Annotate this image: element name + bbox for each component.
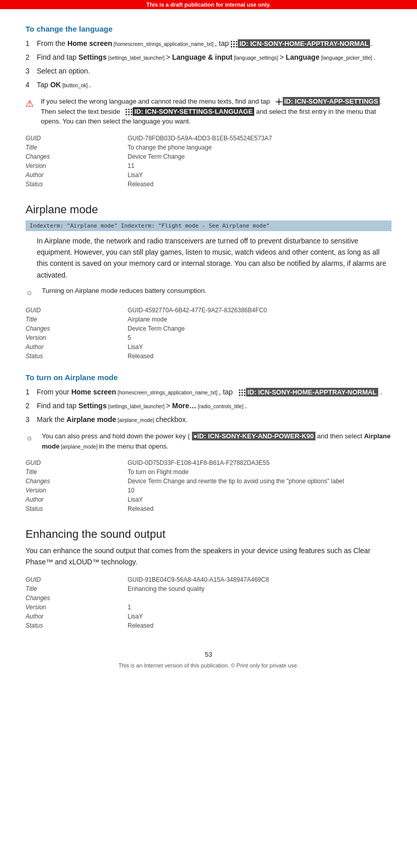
svg-rect-2 [236,41,237,42]
svg-rect-25 [244,389,246,391]
svg-rect-30 [241,394,243,396]
svg-rect-5 [236,43,237,45]
svg-rect-14 [126,109,127,110]
svg-rect-26 [239,392,240,393]
section3-steps: 1 From your Home screen [homescreen_stri… [26,387,391,425]
section2-meta: GUIDGUID-4592770A-6B42-477E-9A27-8326386… [26,306,391,361]
section-turn-on-airplane: To turn on Airplane mode 1 From your Hom… [26,373,391,513]
section2-heading: Airplane mode [26,203,391,216]
indexterm-block: Indexterm: "Airplane mode" Indexterm: "F… [26,220,391,231]
step-3-2: 2 Find and tap Settings [settings_label_… [26,401,391,411]
svg-rect-7 [233,46,235,47]
section4-body: You can enhance the sound output that co… [26,545,391,568]
grid-icon [231,41,237,47]
section1-heading: To change the language [26,24,391,33]
footer-note: This is an Internet version of this publ… [26,662,391,668]
warning-icon: ⚠ [26,97,38,111]
section-change-language: To change the language 1 From the Home s… [26,24,391,189]
step-1-2: 2 Find and tap Settings [settings_label_… [26,52,391,63]
section3-meta: GUIDGUID-0D75D33F-E108-41F8-B61A-F27882D… [26,458,391,513]
svg-rect-24 [241,389,243,391]
section2-tip: ☼ Turning on Airplane mode reduces batte… [26,286,391,299]
svg-rect-20 [126,114,127,115]
apptray-icon-2 [239,389,246,396]
svg-rect-22 [131,114,132,115]
svg-rect-16 [131,109,132,110]
svg-rect-6 [231,46,232,47]
section3-tip: ☼ You can also press and hold down the p… [26,431,391,451]
svg-rect-15 [128,109,130,110]
svg-rect-4 [233,43,235,45]
section4-heading: Enhancing the sound output [26,528,391,541]
page-number: 53 [26,651,391,658]
section-airplane-mode: Airplane mode Indexterm: "Airplane mode"… [26,203,391,361]
svg-rect-1 [233,41,235,42]
step-3-1: 1 From your Home screen [homescreen_stri… [26,387,391,398]
svg-rect-18 [128,111,130,113]
svg-rect-11 [278,104,279,105]
tip-icon: ☼ [26,286,40,299]
app-settings-highlight: ID: ICN-SONY-APP-SETTINGS [283,97,380,106]
tip-icon-2: ☼ [26,432,40,444]
svg-point-9 [277,101,280,104]
power-key-highlight: ●ID: ICN-SONY-KEY-AND-POWER-K90 [192,432,315,440]
section4-meta: GUIDGUID-91BE04C9-56A8-4A40-A15A-348947A… [26,575,391,630]
settings-language-highlight: ID: ICN-SONY-SETTINGS-LANGUAGE [133,107,254,116]
svg-rect-21 [128,114,130,115]
svg-rect-27 [241,392,243,393]
svg-rect-10 [278,98,279,100]
apptray-highlight-1: ID: ICN-SONY-HOME-APPTRAY-NORMAL [238,39,370,48]
svg-rect-3 [231,43,232,45]
section3-heading: To turn on Airplane mode [26,373,391,382]
section2-body: In Airplane mode, the network and radio … [37,235,391,281]
step-3-3: 3 Mark the Airplane mode [airplane_mode]… [26,414,391,425]
apptray-highlight-2: ID: ICN-SONY-HOME-APPTRAY-NORMAL [246,388,378,396]
svg-rect-12 [276,102,277,103]
svg-rect-8 [236,46,237,47]
svg-rect-31 [244,394,246,396]
svg-rect-28 [244,392,246,393]
step-1-4: 4 Tap OK [button_ok] . [26,80,391,90]
settings-icon [276,98,282,105]
draft-banner: This is a draft publication for internal… [0,0,417,9]
svg-rect-19 [131,111,132,113]
section1-warning: ⚠ If you select the wrong language and c… [26,96,391,127]
section1-steps: 1 From the Home screen [homescreen_strin… [26,38,391,90]
step-1-3: 3 Select an option. [26,66,391,77]
svg-rect-13 [281,102,282,103]
svg-rect-23 [239,389,240,391]
bold-homescreen: Home screen [67,39,112,47]
svg-rect-17 [126,111,127,113]
svg-rect-0 [231,41,232,42]
svg-rect-29 [239,394,240,396]
section1-meta: GUIDGUID-78FDB03D-5A9A-4DD3-B1EB-554524E… [26,134,391,189]
page-footer: 53 This is an Internet version of this p… [26,651,391,668]
step-1-1: 1 From the Home screen [homescreen_strin… [26,38,391,49]
grid-icon-2 [126,109,132,115]
section-sound-output: Enhancing the sound output You can enhan… [26,528,391,630]
